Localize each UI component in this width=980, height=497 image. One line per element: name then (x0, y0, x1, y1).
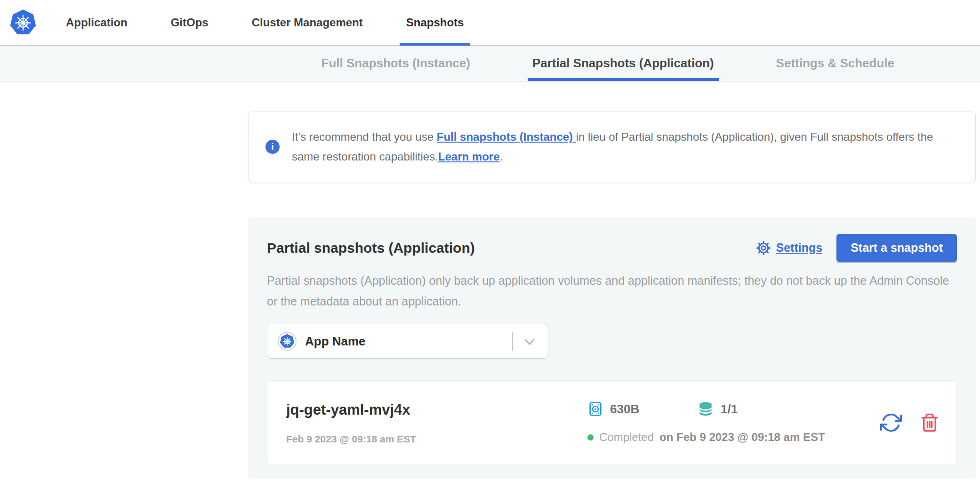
snapshot-row: jq-get-yaml-mvj4x Feb 9 2023 @ 09:18 am … (267, 380, 957, 465)
snapshot-actions (880, 412, 940, 433)
gear-icon (755, 240, 771, 256)
nav-item-gitops[interactable]: GitOps (164, 0, 215, 45)
disk-icon (587, 401, 603, 417)
snapshot-details: 630B 1/1 (587, 401, 871, 444)
status-dot-icon (587, 434, 594, 441)
database-icon (697, 401, 714, 417)
nav-item-application[interactable]: Application (59, 0, 134, 45)
snapshot-identity: jq-get-yaml-mvj4x Feb 9 2023 @ 09:18 am … (286, 401, 587, 445)
restore-snapshot-button[interactable] (880, 412, 902, 433)
top-nav-bar: Application GitOps Cluster Management Sn… (0, 0, 980, 46)
kubernetes-app-icon (278, 332, 297, 351)
partial-snapshots-panel: Partial snapshots (Application) (248, 217, 976, 479)
nav-item-cluster-management[interactable]: Cluster Management (245, 0, 370, 45)
banner-text: It’s recommend that you use Full snapsho… (292, 127, 951, 167)
tab-full-snapshots[interactable]: Full Snapshots (Instance) (317, 46, 475, 81)
delete-snapshot-button[interactable] (920, 413, 940, 433)
banner-text-start: It’s recommend that you use (292, 130, 437, 143)
trash-icon (920, 413, 940, 433)
tab-settings-schedule[interactable]: Settings & Schedule (771, 46, 899, 81)
snapshot-metrics: 630B 1/1 (587, 401, 871, 417)
tab-partial-snapshots[interactable]: Partial Snapshots (Application) (528, 46, 719, 81)
panel-description: Partial snapshots (Application) only bac… (267, 270, 957, 312)
info-icon: i (265, 140, 280, 154)
start-snapshot-button[interactable]: Start a snapshot (836, 234, 957, 262)
settings-link[interactable]: Settings (755, 240, 823, 256)
top-nav-items: Application GitOps Cluster Management Sn… (59, 0, 470, 45)
kubernetes-logo-icon[interactable] (9, 9, 37, 36)
snapshot-size-value: 630B (610, 402, 639, 417)
snapshots-sub-nav: Full Snapshots (Instance) Partial Snapsh… (0, 46, 980, 81)
snapshot-volumes-value: 1/1 (721, 402, 738, 417)
page-title: Partial snapshots (Application) (267, 240, 475, 256)
banner-text-end: . (500, 150, 503, 163)
snapshot-name: jq-get-yaml-mvj4x (286, 401, 587, 419)
status-completed-timestamp: on Feb 9 2023 @ 09:18 am EST (659, 431, 825, 444)
restore-icon (880, 412, 902, 433)
snapshot-started-timestamp: Feb 9 2023 @ 09:18 am EST (286, 433, 587, 445)
select-divider (512, 332, 513, 351)
panel-header-actions: Settings Start a snapshot (755, 234, 957, 262)
snapshot-status: Completed on Feb 9 2023 @ 09:18 am EST (587, 431, 871, 444)
settings-link-label: Settings (776, 241, 823, 255)
snapshot-size: 630B (587, 401, 697, 417)
app-name-select[interactable]: App Name (267, 324, 548, 359)
app-select-value: App Name (305, 334, 366, 349)
info-banner: i It’s recommend that you use Full snaps… (248, 112, 976, 182)
snapshot-volumes: 1/1 (697, 401, 738, 417)
main-content: i It’s recommend that you use Full snaps… (248, 112, 976, 479)
nav-item-snapshots[interactable]: Snapshots (400, 0, 471, 45)
panel-header: Partial snapshots (Application) (267, 234, 957, 262)
learn-more-link[interactable]: Learn more (438, 150, 500, 163)
full-snapshots-link[interactable]: Full snapshots (Instance) (437, 130, 576, 143)
status-label: Completed (599, 431, 654, 444)
chevron-down-icon (522, 335, 537, 351)
